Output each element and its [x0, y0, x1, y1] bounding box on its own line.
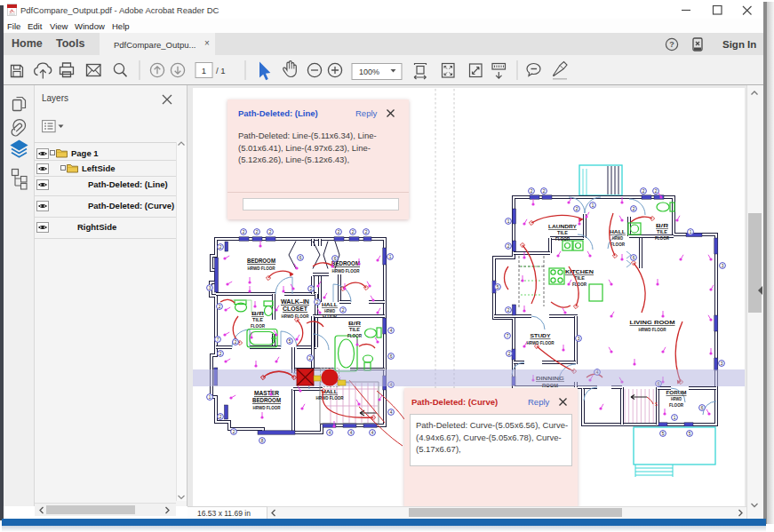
svg-text:6: 6: [390, 354, 393, 359]
svg-text:2: 2: [219, 245, 222, 250]
svg-text:HRWD: HRWD: [671, 397, 682, 401]
svg-text:FLOOR: FLOOR: [323, 314, 338, 319]
svg-text:CLOSET: CLOSET: [283, 305, 308, 313]
svg-text:LAUNDRY: LAUNDRY: [548, 224, 577, 229]
svg-text:1: 1: [209, 395, 211, 400]
svg-text:B/R: B/R: [251, 311, 265, 316]
svg-text:6: 6: [299, 256, 302, 260]
svg-text:STUDY: STUDY: [531, 333, 551, 338]
svg-text:2: 2: [342, 308, 345, 313]
svg-text:TILE: TILE: [252, 318, 264, 322]
svg-text:HRWD FLOOR: HRWD FLOOR: [282, 314, 310, 319]
svg-text:3: 3: [722, 264, 724, 268]
svg-text:3: 3: [578, 337, 580, 341]
svg-text:2: 2: [531, 189, 533, 194]
svg-text:HRWD: HRWD: [612, 236, 623, 241]
svg-text:1: 1: [690, 230, 692, 234]
svg-text:4: 4: [371, 431, 374, 435]
svg-text:2: 2: [633, 207, 635, 211]
svg-text:FLOOR: FLOOR: [347, 334, 363, 338]
svg-text:2: 2: [309, 356, 312, 361]
svg-text:4: 4: [390, 410, 393, 415]
svg-text:HRWD FLOOR: HRWD FLOOR: [639, 328, 667, 332]
svg-text:LIVING ROOM: LIVING ROOM: [630, 319, 675, 325]
svg-text:BEDROOM: BEDROOM: [247, 257, 275, 265]
svg-text:TILE: TILE: [349, 328, 361, 332]
svg-text:4: 4: [350, 431, 353, 435]
svg-text:KITCHEN: KITCHEN: [565, 268, 594, 274]
svg-text:FLOOR: FLOOR: [655, 236, 670, 241]
svg-text:FLOOR: FLOOR: [555, 237, 571, 242]
svg-text:6: 6: [334, 257, 337, 261]
svg-text:FORUM: FORUM: [666, 390, 687, 395]
svg-text:/ 1: / 1: [216, 66, 226, 75]
svg-text:2: 2: [507, 244, 510, 249]
svg-text:FLOOR: FLOOR: [251, 324, 266, 329]
svg-text:5: 5: [289, 339, 291, 344]
svg-text:HALL: HALL: [322, 389, 339, 394]
svg-text:2: 2: [243, 230, 245, 234]
svg-text:4: 4: [390, 329, 393, 333]
svg-text:2: 2: [365, 230, 368, 234]
svg-text:FLOOR: FLOOR: [572, 282, 587, 287]
svg-text:1: 1: [507, 219, 510, 224]
svg-text:1: 1: [674, 416, 676, 420]
svg-text:1: 1: [592, 203, 594, 208]
svg-text:B/R: B/R: [348, 321, 362, 326]
svg-text:TILE: TILE: [557, 231, 569, 235]
svg-text:HALL: HALL: [322, 302, 339, 307]
svg-text:HRWD FLOOR: HRWD FLOOR: [332, 269, 361, 274]
svg-text:100%: 100%: [359, 67, 379, 76]
svg-text:7: 7: [507, 334, 509, 338]
svg-text:HRWD FLOOR: HRWD FLOOR: [527, 341, 555, 345]
svg-text:7: 7: [217, 337, 219, 342]
svg-text:HRWD FLOOR: HRWD FLOOR: [253, 406, 282, 410]
svg-text:2: 2: [352, 230, 355, 234]
svg-text:B/R: B/R: [656, 223, 669, 228]
svg-text:2: 2: [233, 430, 235, 434]
svg-text:3: 3: [209, 286, 211, 290]
svg-text:2: 2: [256, 230, 259, 234]
svg-text:2: 2: [316, 300, 319, 305]
svg-text:HRWD FLOOR: HRWD FLOOR: [316, 396, 345, 401]
svg-text:FLOOR: FLOOR: [669, 403, 684, 408]
svg-text:HALL: HALL: [610, 229, 626, 234]
svg-text:4: 4: [329, 431, 331, 435]
svg-text:1: 1: [389, 255, 392, 259]
svg-text:?: ?: [669, 40, 674, 49]
svg-text:2: 2: [310, 287, 313, 291]
svg-text:2: 2: [508, 352, 511, 356]
svg-text:BEDROOM: BEDROOM: [252, 396, 281, 404]
svg-text:2: 2: [269, 230, 272, 234]
svg-text:6: 6: [633, 256, 635, 260]
svg-text:1: 1: [202, 66, 206, 75]
svg-text:2: 2: [576, 207, 579, 211]
svg-text:2: 2: [219, 305, 221, 309]
svg-text:5: 5: [689, 432, 691, 436]
svg-text:3: 3: [721, 361, 723, 366]
svg-text:5: 5: [662, 432, 665, 436]
svg-text:2: 2: [655, 189, 658, 194]
svg-text:2: 2: [338, 230, 340, 234]
svg-text:HRWD FLOOR: HRWD FLOOR: [248, 266, 276, 271]
svg-text:HRWD: HRWD: [324, 309, 335, 314]
svg-text:2: 2: [543, 189, 546, 194]
svg-text:2: 2: [219, 352, 222, 356]
svg-text:2: 2: [507, 308, 510, 313]
svg-text:TILE: TILE: [657, 230, 668, 234]
svg-text:2: 2: [235, 340, 237, 345]
svg-text:8: 8: [261, 439, 264, 443]
svg-text:2: 2: [219, 415, 222, 419]
svg-text:6: 6: [701, 406, 704, 410]
svg-text:5: 5: [497, 285, 499, 290]
svg-text:FLOOR: FLOOR: [610, 242, 626, 247]
svg-text:2: 2: [642, 189, 645, 194]
